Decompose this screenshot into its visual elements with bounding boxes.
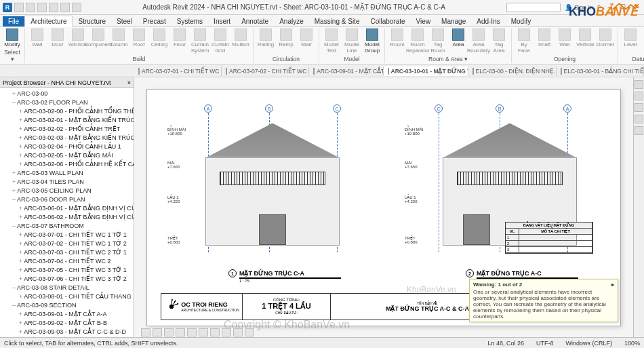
ribbon-button-stair[interactable]: Stair bbox=[297, 28, 316, 47]
ribbon-tab-steel[interactable]: Steel bbox=[111, 16, 138, 26]
close-icon[interactable]: × bbox=[127, 79, 131, 86]
window-close-button[interactable]: ✕ bbox=[632, 3, 641, 12]
chevron-icon[interactable]: ▸ bbox=[611, 282, 614, 288]
ribbon-tab-annotate[interactable]: Annotate bbox=[236, 16, 274, 26]
crop-icon[interactable] bbox=[199, 328, 208, 336]
project-browser-header[interactable]: Project Browser - NHA CHI NGUYET.rvt × bbox=[0, 77, 134, 88]
open-icon[interactable] bbox=[14, 3, 24, 12]
viewcube-icon[interactable] bbox=[635, 92, 643, 100]
ribbon-button-vertical[interactable]: Vertical bbox=[576, 28, 595, 47]
document-tab[interactable]: ARC-03-07-01 - CHI TIẾT WC 1 TỜ 1× bbox=[134, 66, 222, 76]
ribbon-tab-systems[interactable]: Systems bbox=[172, 16, 208, 26]
tree-node[interactable]: ARC-03-08-01 - CHI TIẾT CẦU THANG bbox=[7, 292, 134, 301]
tree-node[interactable]: ARC-03-08 STAIR DETAIL bbox=[7, 284, 134, 292]
tree-node[interactable]: ARC-03-02-05 - MẶT BẰNG MÁI bbox=[7, 151, 134, 160]
shadows-icon[interactable] bbox=[187, 328, 197, 336]
print-icon[interactable] bbox=[60, 3, 70, 12]
ribbon-button-ramp[interactable]: Ramp bbox=[277, 28, 296, 47]
tree-node[interactable]: ARC-03-04 TILES PLAN bbox=[7, 178, 134, 187]
ribbon-button-model-group[interactable]: Model Group bbox=[363, 28, 382, 54]
ribbon-button-model-text[interactable]: Model Text bbox=[322, 28, 341, 54]
tree-node[interactable]: ARC-03-06 DOOR PLAN bbox=[7, 195, 134, 204]
document-tab[interactable]: ELC-03-00-01 - BẢNG CHI TIẾT CÁ...× bbox=[557, 66, 644, 76]
ribbon-tab-view[interactable]: View bbox=[411, 16, 437, 26]
ribbon-button-ceiling[interactable]: Ceiling bbox=[150, 28, 169, 47]
tree-node[interactable]: ARC-03-03 WALL PLAN bbox=[7, 169, 134, 178]
home-icon[interactable] bbox=[635, 80, 643, 89]
ribbon-button-area-boundary[interactable]: Area Boundary bbox=[469, 28, 488, 54]
ribbon-button-tag-room[interactable]: Tag Room bbox=[428, 28, 447, 54]
tree-node[interactable]: ARC-03-07-05 - CHI TIẾT WC 3 TỜ 1 bbox=[7, 266, 134, 275]
help-icon[interactable]: ? bbox=[597, 4, 601, 11]
ribbon-tab-add-ins[interactable]: Add-Ins bbox=[471, 16, 505, 26]
tree-node[interactable]: ARC-03-05 CEILING PLAN bbox=[7, 187, 134, 195]
ribbon-tab-architecture[interactable]: Architecture bbox=[24, 16, 73, 27]
ribbon-button-curtain-grid[interactable]: Curtain Grid bbox=[211, 28, 230, 54]
ribbon-button-grid[interactable]: Grid bbox=[641, 28, 644, 47]
tree-node[interactable]: ARC-03-07-06 - CHI TIẾT WC 3 TỜ 2 bbox=[7, 275, 134, 284]
ribbon-button-component[interactable]: Component bbox=[89, 28, 108, 47]
document-tab[interactable]: ARC-03-07-02 - CHI TIẾT WC 1 TỜ 2× bbox=[222, 66, 309, 76]
ribbon-button-dormer[interactable]: Dormer bbox=[596, 28, 615, 47]
ribbon-button-floor[interactable]: Floor bbox=[170, 28, 189, 47]
document-tab[interactable]: ARC-03-10-01 - MẶT ĐỨNG TRỤ...× bbox=[384, 66, 468, 76]
ribbon-button-shaft[interactable]: Shaft bbox=[535, 28, 554, 47]
undo-icon[interactable] bbox=[37, 3, 47, 12]
ribbon-tab-file[interactable]: File bbox=[3, 16, 24, 26]
ribbon-button-area[interactable]: Area bbox=[449, 28, 468, 47]
tree-node[interactable]: ARC-03-02-02 - PHỐI CẢNH TRỆT bbox=[7, 125, 134, 134]
hide-icon[interactable] bbox=[233, 328, 243, 336]
ribbon-button-room[interactable]: Room bbox=[388, 28, 407, 47]
tree-node[interactable]: ARC-03-09 SECTION bbox=[7, 301, 134, 310]
ribbon-button-curtain-system[interactable]: Curtain System bbox=[190, 28, 209, 54]
tree-node[interactable]: ARC-03-02-01 - MẶT BẰNG KIẾN TRÚC TẦNG T… bbox=[7, 116, 134, 125]
ribbon-button-roof[interactable]: Roof bbox=[129, 28, 148, 47]
tree-node[interactable]: ARC-03-07-03 - CHI TIẾT WC 2 TỜ 1 bbox=[7, 248, 134, 257]
tree-node[interactable]: ARC-03-02-00 - PHỐI CẢNH TỔNG THỂ bbox=[7, 107, 134, 116]
tree-node[interactable]: ARC-03-02-06 - PHỐI CẢNH HỆ KẾT CẤU MÁI bbox=[7, 160, 134, 169]
tree-node[interactable]: ARC-03-09-03 - MẶT CẮT C-C & D-D bbox=[7, 328, 134, 336]
steering-wheel-icon[interactable] bbox=[635, 103, 643, 112]
ribbon-tab-insert[interactable]: Insert bbox=[208, 16, 236, 26]
tree-node[interactable]: ARC-03-07-01 - CHI TIẾT WC 1 TỜ 1 bbox=[7, 231, 134, 239]
revit-logo-icon[interactable]: R bbox=[3, 3, 12, 12]
warning-tooltip[interactable]: Warning: 1 out of 2▸ One or several anal… bbox=[469, 279, 618, 322]
ribbon-button-mullion[interactable]: Mullion bbox=[231, 28, 250, 47]
visual-style-icon[interactable] bbox=[164, 328, 174, 336]
ribbon-tab-collaborate[interactable]: Collaborate bbox=[365, 16, 410, 26]
tree-node[interactable]: ARC-03-06-02 - MẶT BẰNG ĐỊNH VỊ CỬA LẦU … bbox=[7, 213, 134, 222]
ribbon-tab-precast[interactable]: Precast bbox=[138, 16, 172, 26]
tree-node[interactable]: ARC-03-02-03 - MẶT BẰNG KIẾN TRÚC LẦU 1 bbox=[7, 134, 134, 142]
search-input[interactable] bbox=[506, 3, 561, 12]
reveal-icon[interactable] bbox=[245, 328, 254, 336]
tree-node[interactable]: ARC-03-06-01 - MẶT BẰNG ĐỊNH VỊ CỬA TẦNG… bbox=[7, 204, 134, 213]
scale-icon[interactable] bbox=[141, 328, 150, 336]
ribbon-tab-massing-site[interactable]: Massing & Site bbox=[309, 16, 365, 26]
tree-node[interactable]: ARC-03-00 bbox=[7, 90, 134, 98]
drawing-canvas[interactable]: A B C ĐỈNH MÁI+10.800 MÁI+7.650 LẦU 1+4.… bbox=[134, 77, 633, 337]
ribbon-button-railing[interactable]: Railing bbox=[256, 28, 275, 47]
ribbon-button-door[interactable]: Door bbox=[48, 28, 67, 47]
tree-node[interactable]: ARC-03-02-04 - PHỐI CẢNH LẦU 1 bbox=[7, 142, 134, 151]
document-tab[interactable]: ELC-03-00 - ĐIỆN. ĐIỆN NHẸ. ĐIỀU...× bbox=[468, 66, 557, 76]
ribbon-button-modify[interactable]: Modify bbox=[3, 28, 22, 47]
save-icon[interactable] bbox=[26, 3, 35, 12]
project-browser-tree[interactable]: ARC-03-00ARC-03-02 FLOOR PLANARC-03-02-0… bbox=[0, 88, 134, 337]
tree-node[interactable]: ARC-03-07-04 - CHI TIẾT WC 2 bbox=[7, 257, 134, 266]
zoom-icon[interactable] bbox=[635, 126, 643, 135]
crop-region-icon[interactable] bbox=[210, 328, 220, 336]
ribbon-tab-manage[interactable]: Manage bbox=[436, 16, 471, 26]
detail-level-icon[interactable] bbox=[153, 328, 162, 336]
tree-node[interactable]: ARC-03-07 BATHROOM bbox=[7, 222, 134, 231]
tree-node[interactable]: ARC-03-09-02 - MẶT CẮT B-B bbox=[7, 319, 134, 328]
lock-icon[interactable] bbox=[222, 328, 231, 336]
ribbon-tab-analyze[interactable]: Analyze bbox=[274, 16, 309, 26]
ribbon-button-model-line[interactable]: Model Line bbox=[342, 28, 361, 54]
ribbon-tab-structure[interactable]: Structure bbox=[73, 16, 111, 26]
sun-path-icon[interactable] bbox=[176, 328, 185, 336]
redo-icon[interactable] bbox=[49, 3, 58, 12]
status-zoom[interactable]: 100% bbox=[624, 340, 640, 347]
ribbon-button-tag-area[interactable]: Tag Area bbox=[489, 28, 508, 54]
signin-button[interactable]: 👤 Sign In bbox=[565, 4, 593, 11]
tree-node[interactable]: ARC-03-09-01 - MẶT CẮT A-A bbox=[7, 310, 134, 319]
